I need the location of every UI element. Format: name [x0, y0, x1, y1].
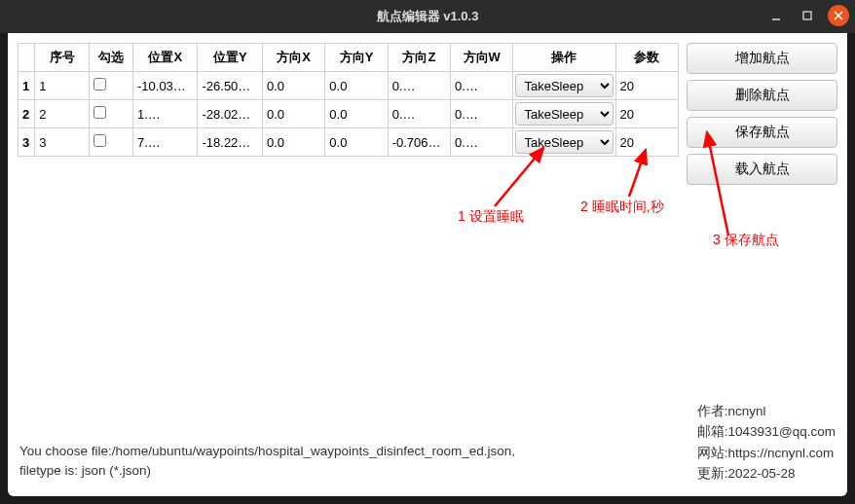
col-dirw[interactable]: 方向W	[451, 44, 513, 72]
add-waypoint-button[interactable]: 增加航点	[687, 43, 837, 74]
row-number: 1	[19, 72, 35, 100]
meta-info: 作者:ncnynl 邮箱:1043931@qq.com 网站:https://n…	[697, 401, 836, 485]
cell-dirw[interactable]: 0.…	[451, 100, 513, 128]
table-header-row: 序号 勾选 位置X 位置Y 方向X 方向Y 方向Z 方向W 操作 参数	[19, 44, 679, 72]
cell-dirz[interactable]: 0.…	[388, 100, 450, 128]
operation-select[interactable]: TakeSleep	[515, 130, 613, 154]
meta-email: 邮箱:1043931@qq.com	[697, 421, 836, 443]
load-waypoint-button[interactable]: 载入航点	[687, 154, 837, 185]
minimize-button[interactable]	[765, 5, 787, 26]
cell-diry[interactable]: 0.0	[325, 128, 388, 157]
cell-idx[interactable]: 1	[35, 72, 90, 100]
col-check[interactable]: 勾选	[89, 44, 132, 72]
cell-posx[interactable]: 1.…	[132, 100, 198, 128]
row-number: 2	[19, 100, 35, 128]
table-row[interactable]: 11-10.03…-26.50…0.00.00.…0.…TakeSleep20	[19, 72, 679, 100]
table-row[interactable]: 337.…-18.22…0.00.0-0.706…0.…TakeSleep20	[19, 128, 679, 157]
cell-idx[interactable]: 2	[35, 100, 90, 128]
cell-diry[interactable]: 0.0	[325, 72, 388, 100]
cell-op[interactable]: TakeSleep	[513, 72, 615, 100]
operation-select[interactable]: TakeSleep	[515, 74, 613, 97]
cell-dirw[interactable]: 0.…	[451, 128, 513, 157]
save-waypoint-button[interactable]: 保存航点	[687, 117, 837, 148]
cell-dirx[interactable]: 0.0	[262, 128, 324, 157]
col-op[interactable]: 操作	[513, 44, 615, 72]
cell-dirz[interactable]: -0.706…	[388, 128, 450, 157]
cell-op[interactable]: TakeSleep	[513, 100, 615, 128]
cell-posx[interactable]: 7.…	[132, 128, 198, 157]
window-body: 序号 勾选 位置X 位置Y 方向X 方向Y 方向Z 方向W 操作 参数 11-1	[8, 33, 847, 496]
cell-param[interactable]: 20	[615, 72, 678, 100]
svg-rect-1	[803, 12, 811, 19]
cell-check[interactable]	[89, 128, 132, 157]
table-row[interactable]: 221.…-28.02…0.00.00.…0.…TakeSleep20	[19, 100, 679, 128]
status-footer: You choose file:/home/ubuntu/waypoints/h…	[19, 442, 515, 482]
annotation-2: 2 睡眠时间,秒	[580, 198, 664, 216]
meta-update: 更新:2022-05-28	[697, 463, 836, 485]
window-controls	[765, 5, 849, 26]
footer-line2: filetype is: json (*.json)	[19, 461, 515, 481]
cell-diry[interactable]: 0.0	[325, 100, 388, 128]
window-title: 航点编辑器 v1.0.3	[377, 8, 479, 25]
annotation-1: 1 设置睡眠	[458, 208, 524, 226]
row-number: 3	[19, 128, 35, 157]
col-dirz[interactable]: 方向Z	[388, 44, 450, 72]
col-diry[interactable]: 方向Y	[325, 44, 388, 72]
svg-line-4	[495, 148, 543, 206]
cell-check[interactable]	[89, 72, 132, 100]
annotation-3: 3 保存航点	[713, 232, 779, 249]
maximize-button[interactable]	[797, 5, 818, 26]
close-button[interactable]	[828, 5, 849, 26]
cell-posy[interactable]: -18.22…	[198, 128, 263, 157]
footer-line1: You choose file:/home/ubuntu/waypoints/h…	[19, 442, 515, 461]
waypoint-table-container: 序号 勾选 位置X 位置Y 方向X 方向Y 方向Z 方向W 操作 参数 11-1	[18, 43, 679, 496]
cell-param[interactable]: 20	[615, 100, 678, 128]
meta-site: 网站:https://ncnynl.com	[697, 443, 836, 464]
row-checkbox[interactable]	[93, 78, 106, 90]
waypoint-table[interactable]: 序号 勾选 位置X 位置Y 方向X 方向Y 方向Z 方向W 操作 参数 11-1	[18, 43, 679, 157]
cell-posy[interactable]: -28.02…	[198, 100, 263, 128]
cell-posx[interactable]: -10.03…	[132, 72, 198, 100]
cell-check[interactable]	[89, 100, 132, 128]
col-posy[interactable]: 位置Y	[198, 44, 263, 72]
meta-author: 作者:ncnynl	[697, 401, 836, 422]
svg-line-5	[629, 150, 646, 197]
cell-idx[interactable]: 3	[35, 128, 90, 157]
row-checkbox[interactable]	[93, 134, 106, 147]
col-posx[interactable]: 位置X	[132, 44, 198, 72]
operation-select[interactable]: TakeSleep	[515, 102, 613, 126]
titlebar: 航点编辑器 v1.0.3	[0, 0, 855, 33]
cell-posy[interactable]: -26.50…	[198, 72, 263, 100]
cell-dirx[interactable]: 0.0	[262, 100, 324, 128]
col-idx[interactable]: 序号	[35, 44, 90, 72]
cell-dirx[interactable]: 0.0	[262, 72, 324, 100]
cell-dirz[interactable]: 0.…	[388, 72, 450, 100]
delete-waypoint-button[interactable]: 删除航点	[687, 80, 837, 111]
row-checkbox[interactable]	[93, 106, 106, 119]
cell-op[interactable]: TakeSleep	[513, 128, 615, 157]
col-dirx[interactable]: 方向X	[262, 44, 324, 72]
left-pane: 序号 勾选 位置X 位置Y 方向X 方向Y 方向Z 方向W 操作 参数 11-1	[18, 43, 679, 496]
cell-dirw[interactable]: 0.…	[451, 72, 513, 100]
col-param[interactable]: 参数	[615, 44, 678, 72]
cell-param[interactable]: 20	[615, 128, 678, 157]
